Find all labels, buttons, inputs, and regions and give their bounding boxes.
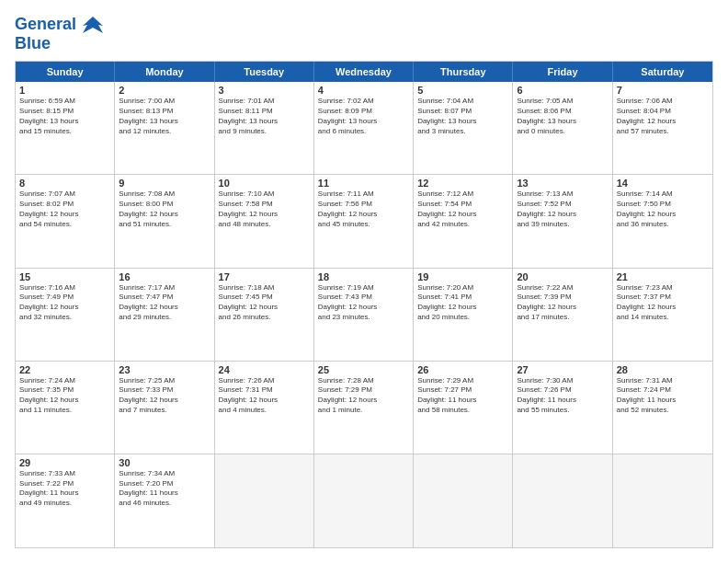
dow-thursday: Thursday [414,62,513,82]
day-number: 26 [417,364,508,375]
day-number: 8 [19,178,110,189]
day-info: Sunrise: 7:30 AM Sunset: 7:26 PM Dayligh… [517,376,608,416]
day-info: Sunrise: 7:26 AM Sunset: 7:31 PM Dayligh… [219,376,310,416]
day-info: Sunrise: 6:59 AM Sunset: 8:15 PM Dayligh… [19,97,110,136]
table-row: 30Sunrise: 7:34 AM Sunset: 7:20 PM Dayli… [115,454,214,547]
day-number: 20 [517,271,608,282]
table-row: 5Sunrise: 7:04 AM Sunset: 8:07 PM Daylig… [414,82,513,174]
day-info: Sunrise: 7:04 AM Sunset: 8:07 PM Dayligh… [417,97,508,136]
day-info: Sunrise: 7:20 AM Sunset: 7:41 PM Dayligh… [417,283,508,323]
day-number: 14 [617,178,709,189]
day-number: 22 [19,364,110,375]
table-row: 7Sunrise: 7:06 AM Sunset: 8:04 PM Daylig… [613,82,712,174]
table-row: 25Sunrise: 7:28 AM Sunset: 7:29 PM Dayli… [314,362,414,454]
day-info: Sunrise: 7:00 AM Sunset: 8:13 PM Dayligh… [119,97,210,136]
table-row: 16Sunrise: 7:17 AM Sunset: 7:47 PM Dayli… [115,269,214,361]
day-info: Sunrise: 7:29 AM Sunset: 7:27 PM Dayligh… [417,376,508,416]
calendar-row: 22Sunrise: 7:24 AM Sunset: 7:35 PM Dayli… [16,362,712,454]
day-number: 27 [517,364,608,375]
table-row: 6Sunrise: 7:05 AM Sunset: 8:06 PM Daylig… [513,82,612,174]
day-info: Sunrise: 7:34 AM Sunset: 7:20 PM Dayligh… [119,469,210,509]
day-number: 18 [318,271,409,282]
table-row: 12Sunrise: 7:12 AM Sunset: 7:54 PM Dayli… [414,175,513,267]
day-number: 5 [417,85,508,96]
day-info: Sunrise: 7:01 AM Sunset: 8:11 PM Dayligh… [219,97,310,136]
dow-monday: Monday [115,62,214,82]
day-info: Sunrise: 7:23 AM Sunset: 7:37 PM Dayligh… [617,283,709,323]
dow-saturday: Saturday [613,62,712,82]
table-row: 26Sunrise: 7:29 AM Sunset: 7:27 PM Dayli… [414,362,513,454]
table-row: 11Sunrise: 7:11 AM Sunset: 7:56 PM Dayli… [314,175,414,267]
calendar: Sunday Monday Tuesday Wednesday Thursday… [15,61,713,548]
calendar-row: 29Sunrise: 7:33 AM Sunset: 7:22 PM Dayli… [16,454,712,547]
calendar-row: 15Sunrise: 7:16 AM Sunset: 7:49 PM Dayli… [16,269,712,362]
table-row: 28Sunrise: 7:31 AM Sunset: 7:24 PM Dayli… [613,362,712,454]
calendar-row: 1Sunrise: 6:59 AM Sunset: 8:15 PM Daylig… [16,82,712,175]
logo: General Blue [15,15,103,52]
page-header: General Blue [15,15,713,52]
logo-bird-icon [83,15,103,35]
day-info: Sunrise: 7:11 AM Sunset: 7:56 PM Dayligh… [318,190,409,229]
table-row: 17Sunrise: 7:18 AM Sunset: 7:45 PM Dayli… [215,269,314,361]
day-number: 16 [119,271,210,282]
day-number: 25 [318,364,409,375]
table-row: 29Sunrise: 7:33 AM Sunset: 7:22 PM Dayli… [16,454,115,547]
table-row: 13Sunrise: 7:13 AM Sunset: 7:52 PM Dayli… [513,175,612,267]
day-info: Sunrise: 7:06 AM Sunset: 8:04 PM Dayligh… [617,97,709,136]
table-row: 24Sunrise: 7:26 AM Sunset: 7:31 PM Dayli… [215,362,314,454]
day-number: 9 [119,178,210,189]
table-row: 2Sunrise: 7:00 AM Sunset: 8:13 PM Daylig… [115,82,214,174]
day-number: 12 [417,178,508,189]
day-info: Sunrise: 7:22 AM Sunset: 7:39 PM Dayligh… [517,283,608,323]
day-number: 1 [19,85,110,96]
logo-line1: General [15,15,103,35]
table-row: 19Sunrise: 7:20 AM Sunset: 7:41 PM Dayli… [414,269,513,361]
day-number: 17 [219,271,310,282]
day-number: 28 [617,364,709,375]
table-row [314,454,414,547]
calendar-body: 1Sunrise: 6:59 AM Sunset: 8:15 PM Daylig… [16,82,712,547]
svg-marker-0 [83,17,103,33]
table-row: 18Sunrise: 7:19 AM Sunset: 7:43 PM Dayli… [314,269,414,361]
day-info: Sunrise: 7:05 AM Sunset: 8:06 PM Dayligh… [517,97,608,136]
table-row: 23Sunrise: 7:25 AM Sunset: 7:33 PM Dayli… [115,362,214,454]
day-number: 13 [517,178,608,189]
dow-tuesday: Tuesday [215,62,314,82]
table-row: 14Sunrise: 7:14 AM Sunset: 7:50 PM Dayli… [613,175,712,267]
day-info: Sunrise: 7:33 AM Sunset: 7:22 PM Dayligh… [19,469,110,509]
table-row: 20Sunrise: 7:22 AM Sunset: 7:39 PM Dayli… [513,269,612,361]
table-row: 21Sunrise: 7:23 AM Sunset: 7:37 PM Dayli… [613,269,712,361]
day-number: 3 [219,85,310,96]
day-number: 30 [119,457,210,468]
table-row: 22Sunrise: 7:24 AM Sunset: 7:35 PM Dayli… [16,362,115,454]
table-row [513,454,612,547]
day-info: Sunrise: 7:19 AM Sunset: 7:43 PM Dayligh… [318,283,409,323]
table-row: 27Sunrise: 7:30 AM Sunset: 7:26 PM Dayli… [513,362,612,454]
day-number: 21 [617,271,709,282]
table-row: 3Sunrise: 7:01 AM Sunset: 8:11 PM Daylig… [215,82,314,174]
table-row [215,454,314,547]
table-row: 8Sunrise: 7:07 AM Sunset: 8:02 PM Daylig… [16,175,115,267]
day-number: 19 [417,271,508,282]
table-row [414,454,513,547]
day-info: Sunrise: 7:17 AM Sunset: 7:47 PM Dayligh… [119,283,210,323]
table-row: 1Sunrise: 6:59 AM Sunset: 8:15 PM Daylig… [16,82,115,174]
day-number: 7 [617,85,709,96]
calendar-header: Sunday Monday Tuesday Wednesday Thursday… [16,62,712,82]
dow-wednesday: Wednesday [314,62,414,82]
table-row: 9Sunrise: 7:08 AM Sunset: 8:00 PM Daylig… [115,175,214,267]
table-row: 10Sunrise: 7:10 AM Sunset: 7:58 PM Dayli… [215,175,314,267]
day-number: 29 [19,457,110,468]
day-info: Sunrise: 7:25 AM Sunset: 7:33 PM Dayligh… [119,376,210,416]
dow-sunday: Sunday [16,62,115,82]
day-number: 15 [19,271,110,282]
day-info: Sunrise: 7:31 AM Sunset: 7:24 PM Dayligh… [617,376,709,416]
day-info: Sunrise: 7:12 AM Sunset: 7:54 PM Dayligh… [417,190,508,229]
day-number: 23 [119,364,210,375]
table-row [613,454,712,547]
day-number: 10 [219,178,310,189]
logo-line2: Blue [15,35,103,52]
dow-friday: Friday [513,62,612,82]
day-info: Sunrise: 7:07 AM Sunset: 8:02 PM Dayligh… [19,190,110,229]
day-number: 11 [318,178,409,189]
